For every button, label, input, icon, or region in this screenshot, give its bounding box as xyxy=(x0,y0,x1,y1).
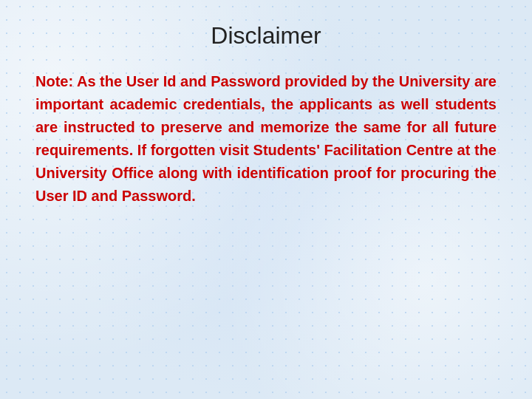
disclaimer-paragraph: Note: As the User Id and Password provid… xyxy=(35,70,497,208)
page-title: Disclaimer xyxy=(35,22,497,50)
note-label: Note: xyxy=(35,73,73,89)
page-container: Disclaimer Note: As the User Id and Pass… xyxy=(0,0,532,399)
disclaimer-body: As the User Id and Password provided by … xyxy=(35,73,497,204)
